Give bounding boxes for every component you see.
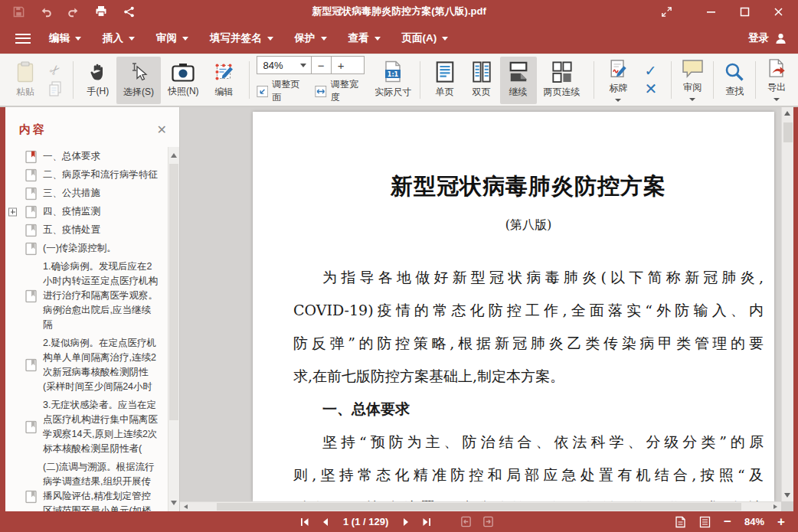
- paste-button[interactable]: 粘贴: [7, 57, 44, 104]
- horizontal-scrollbar[interactable]: [180, 501, 781, 511]
- scrollbar-thumb[interactable]: [217, 503, 741, 511]
- menu-item[interactable]: 保护: [284, 23, 338, 54]
- double-page-button[interactable]: 双页: [463, 57, 500, 104]
- print-icon[interactable]: [95, 5, 107, 18]
- last-page-icon[interactable]: [422, 517, 431, 527]
- menu-item[interactable]: 审阅: [146, 23, 199, 54]
- select-tool-button[interactable]: 选择(S): [116, 57, 161, 104]
- scroll-down-icon[interactable]: [784, 493, 790, 498]
- previous-page-icon[interactable]: [321, 517, 329, 527]
- edit-object-icon: [214, 62, 235, 83]
- scroll-up-icon[interactable]: [171, 153, 177, 158]
- chevron-down-icon: [689, 98, 695, 101]
- menu-item[interactable]: 页面(A): [391, 23, 460, 54]
- fit-width-icon: [315, 85, 327, 98]
- scroll-right-icon[interactable]: [773, 504, 777, 509]
- chevron-down-icon: [321, 37, 327, 41]
- continuous-button[interactable]: 继续: [500, 57, 537, 104]
- bookmark-item[interactable]: 五、疫情处置: [5, 223, 162, 237]
- single-page-icon: [435, 61, 455, 83]
- next-page-icon[interactable]: [403, 517, 410, 527]
- clipboard-group: 粘贴 ✂: [3, 56, 70, 104]
- export-icon: [767, 58, 787, 78]
- find-button[interactable]: 查找: [716, 56, 753, 103]
- window-controls: [660, 5, 798, 18]
- hamburger-menu-icon[interactable]: [15, 34, 31, 44]
- zoom-level-indicator[interactable]: 84%: [744, 516, 764, 527]
- camera-icon: [172, 63, 195, 82]
- menubar: 编辑 插入 审阅 填写并签名 保: [0, 23, 798, 54]
- two-page-continuous-button[interactable]: 两页连续: [537, 57, 587, 104]
- bookmark-item[interactable]: 3.无症状感染者。应当在定点医疗机构进行集中隔离医学观察14天,原则上连续2次标…: [5, 398, 162, 456]
- cross-icon[interactable]: ✕: [644, 81, 657, 96]
- menu-item[interactable]: 查看: [338, 23, 391, 54]
- stamp-button[interactable]: 标牌: [600, 57, 636, 104]
- close-icon[interactable]: [772, 5, 784, 18]
- sidebar-scrollbar[interactable]: [168, 147, 179, 511]
- share-icon[interactable]: [123, 5, 135, 18]
- titlebar-quick-actions: [0, 5, 135, 18]
- chevron-down-icon: [615, 99, 621, 102]
- page-number-indicator[interactable]: 1 (1 / 129): [340, 516, 391, 527]
- login-button[interactable]: 登录: [748, 31, 787, 45]
- document-text-line: 为指导各地做好新型冠状病毒肺炎(以下简称新冠肺炎,: [293, 261, 764, 294]
- bookmark-item[interactable]: 二、病原学和流行病学特征: [5, 168, 162, 182]
- bookmark-item[interactable]: (一)传染源控制。: [5, 241, 162, 256]
- check-icon[interactable]: ✓: [644, 64, 657, 78]
- maximize-icon[interactable]: [738, 5, 751, 18]
- fullscreen-icon[interactable]: [660, 5, 672, 18]
- zoom-out-button[interactable]: −: [724, 515, 731, 528]
- minimize-icon[interactable]: [705, 5, 717, 18]
- undo-icon[interactable]: [40, 5, 52, 18]
- copy-icon[interactable]: [48, 81, 62, 96]
- single-page-view-icon[interactable]: [675, 516, 686, 528]
- zoom-in-button[interactable]: +: [331, 57, 351, 73]
- expand-plus-icon[interactable]: [8, 207, 17, 216]
- actual-size-button[interactable]: 1:1 实际尺寸: [369, 56, 417, 103]
- bookmark-item[interactable]: 一、总体要求: [5, 149, 162, 164]
- redo-icon[interactable]: [67, 5, 80, 18]
- first-page-icon[interactable]: [300, 517, 309, 527]
- bookmark-item[interactable]: (二)流调与溯源。根据流行病学调查结果,组织开展传播风险评估,精准划定管控区域范…: [5, 460, 162, 511]
- bookmark-item[interactable]: 2.疑似病例。在定点医疗机构单人单间隔离治疗,连续2次新冠病毒核酸检测阴性(采样…: [5, 336, 162, 394]
- edit-button[interactable]: 编辑: [206, 57, 243, 104]
- panel-close-icon[interactable]: ✕: [157, 124, 167, 136]
- pdf-reader-window: 新型冠状病毒肺炎防控方案(第八版).pdf 编辑: [0, 0, 798, 532]
- chevron-down-icon: [182, 37, 188, 41]
- scroll-left-icon[interactable]: [184, 504, 188, 509]
- bookmark-item[interactable]: 三、公共措施: [5, 186, 162, 201]
- continuous-view-icon[interactable]: [699, 516, 711, 528]
- save-icon[interactable]: [12, 5, 25, 18]
- hand-tool-button[interactable]: 手(H): [80, 57, 116, 104]
- bookmark-item[interactable]: 1.确诊病例。发现后应在2小时内转运至定点医疗机构进行治疗和隔离医学观察。病例治…: [5, 259, 162, 332]
- zoom-out-button[interactable]: −: [311, 57, 331, 73]
- menu-item[interactable]: 编辑: [38, 23, 92, 54]
- document-text-line: 坚持“预防为主、防治结合、依法科学、分级分类”的原: [293, 426, 764, 459]
- scrollbar-thumb[interactable]: [783, 122, 793, 142]
- fit-page-button[interactable]: 调整页面: [257, 78, 306, 104]
- review-button[interactable]: 审阅: [674, 56, 711, 103]
- menu-item[interactable]: 插入: [92, 23, 146, 54]
- fit-width-button[interactable]: 调整宽度: [315, 78, 365, 104]
- zoom-value-field[interactable]: 84%: [257, 60, 296, 71]
- next-view-icon[interactable]: [482, 516, 494, 527]
- cut-icon[interactable]: ✂: [47, 61, 64, 78]
- single-page-button[interactable]: 单页: [427, 57, 463, 104]
- pdf-page[interactable]: 新型冠状病毒肺炎防控方案 (第八版) 为指导各地做好新型冠状病毒肺炎(以下简称新…: [253, 112, 774, 501]
- previous-view-icon[interactable]: [460, 516, 472, 527]
- bookmark-item[interactable]: 四、疫情监测: [5, 204, 162, 219]
- menu-item[interactable]: 填写并签名: [199, 23, 284, 54]
- search-icon: [724, 62, 744, 82]
- document-body: 为指导各地做好新型冠状病毒肺炎(以下简称新冠肺炎, COVID-19)疫情的常态…: [293, 261, 764, 501]
- zoom-in-button[interactable]: +: [777, 515, 785, 528]
- scroll-down-icon[interactable]: [171, 501, 177, 505]
- bookmarks-panel: 内容 ✕ 一、总体要求 二、病原学和流行病学特征: [5, 107, 180, 511]
- tool-mode-group: 手(H) 选择(S) 快照(N) 编辑: [76, 56, 247, 104]
- snapshot-button[interactable]: 快照(N): [161, 57, 206, 104]
- export-button[interactable]: 导出: [758, 56, 795, 103]
- scrollbar-thumb[interactable]: [169, 164, 178, 420]
- zoom-dropdown-button[interactable]: [296, 57, 311, 73]
- chevron-down-icon: [75, 37, 81, 41]
- vertical-scrollbar[interactable]: [781, 107, 793, 501]
- scroll-up-icon[interactable]: [784, 111, 790, 116]
